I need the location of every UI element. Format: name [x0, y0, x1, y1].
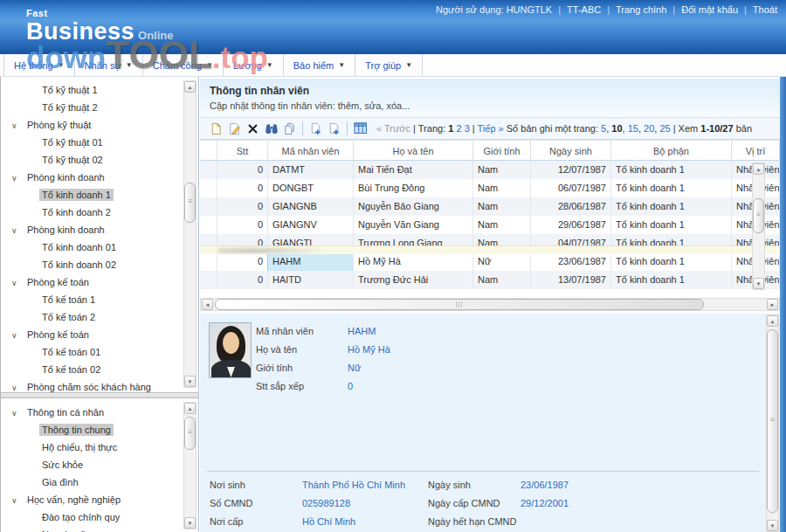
- org-tree-item-12[interactable]: ∨Phòng kế toán: [1, 273, 198, 291]
- table-cell[interactable]: Nữ: [473, 252, 531, 271]
- copy-record-icon[interactable]: [280, 120, 299, 137]
- info-tree-item-7[interactable]: Đào tạo chính quy: [1, 508, 198, 526]
- table-cell[interactable]: Nam: [473, 197, 531, 216]
- table-cell[interactable]: Tổ kinh doanh 1: [611, 179, 732, 197]
- delete-record-icon[interactable]: [244, 120, 262, 137]
- table-cell[interactable]: Nguyễn Bảo Giang: [354, 197, 473, 216]
- info-tree-item-3[interactable]: Hộ chiếu, thị thực: [1, 439, 198, 456]
- scroll-down-icon[interactable]: [184, 376, 196, 387]
- pagination-link[interactable]: 25: [659, 123, 670, 134]
- table-cell[interactable]: Tổ kinh doanh 1: [611, 216, 732, 234]
- table-cell[interactable]: [200, 216, 217, 234]
- org-tree-item-8[interactable]: Tổ kinh doanh 2: [1, 204, 198, 221]
- scrollbar-thumb[interactable]: [753, 198, 764, 233]
- table-cell[interactable]: Nam: [473, 179, 531, 197]
- table-cell[interactable]: 0: [217, 271, 268, 289]
- menu-item-1[interactable]: Hệ thống▼: [3, 54, 75, 76]
- scroll-down-icon[interactable]: [184, 517, 196, 529]
- scrollbar-thumb[interactable]: [184, 417, 196, 450]
- table-cell[interactable]: 28/06/1987: [531, 197, 611, 216]
- org-tree-item-1[interactable]: Tổ kỹ thuật 1: [1, 81, 198, 99]
- table-cell[interactable]: [200, 179, 217, 197]
- table-cell[interactable]: Nguyễn Văn Giang: [354, 216, 473, 234]
- org-tree-item-17[interactable]: Tổ kế toán 02: [1, 361, 198, 378]
- column-header-6[interactable]: Bộ phận: [611, 140, 732, 161]
- org-tree-item-18[interactable]: ∨Phòng chăm sóc khách hàng: [1, 378, 198, 392]
- scroll-up-icon[interactable]: [767, 315, 778, 327]
- org-tree-item-3[interactable]: ∨Phòng kỹ thuật: [1, 116, 198, 134]
- org-tree-item-10[interactable]: Tổ kinh doanh 01: [1, 238, 198, 256]
- info-tree-item-8[interactable]: Ngoại ngữ: [1, 526, 198, 532]
- org-tree-item-11[interactable]: Tổ kinh doanh 02: [1, 256, 198, 273]
- export-add-icon[interactable]: [307, 120, 325, 137]
- table-cell[interactable]: Bùi Trung Đông: [354, 179, 473, 197]
- scroll-right-icon[interactable]: [767, 299, 778, 310]
- table-cell[interactable]: 0: [217, 252, 268, 271]
- org-tree-item-4[interactable]: Tổ kỹ thuật 01: [1, 134, 198, 151]
- table-cell[interactable]: GIANGNB: [268, 197, 354, 216]
- header-link-4[interactable]: Thoát: [753, 4, 777, 15]
- column-header-3[interactable]: Họ và tên: [354, 140, 473, 161]
- table-row[interactable]: 0HAHMHồ Mỹ HàNữ23/06/1987Tổ kinh doanh 1…: [200, 252, 780, 271]
- info-tree-item-4[interactable]: Sức khỏe: [1, 456, 198, 473]
- scroll-left-icon[interactable]: [202, 299, 213, 310]
- header-link-1[interactable]: TT-ABC: [567, 4, 601, 15]
- info-tree-scrollbar[interactable]: [183, 402, 196, 529]
- column-header-1[interactable]: Stt: [217, 140, 268, 161]
- org-tree-item-7[interactable]: Tổ kinh doanh 1: [1, 186, 198, 204]
- table-cell[interactable]: 29/06/1987: [531, 216, 611, 234]
- find-icon[interactable]: [262, 120, 280, 137]
- scrollbar-thumb[interactable]: [184, 183, 196, 223]
- info-tree-item-5[interactable]: Gia đình: [1, 473, 198, 491]
- table-cell[interactable]: 0: [217, 161, 268, 179]
- table-cell[interactable]: HAITD: [268, 271, 354, 289]
- org-tree-item-15[interactable]: ∨Phòng kế toán: [1, 326, 198, 343]
- table-cell[interactable]: [200, 252, 217, 271]
- table-cell[interactable]: Trương Đức Hải: [354, 271, 473, 289]
- table-cell[interactable]: 23/06/1987: [531, 252, 611, 271]
- table-row[interactable]: 0GIANGNVNguyễn Văn GiangNam29/06/1987Tổ …: [200, 216, 780, 234]
- scroll-up-icon[interactable]: [184, 403, 196, 414]
- table-horizontal-scrollbar[interactable]: [200, 298, 780, 311]
- table-cell[interactable]: 06/07/1987: [531, 179, 611, 197]
- pagination-link[interactable]: 15: [628, 123, 638, 134]
- table-row[interactable]: 0DATMTMai Tiến ĐạtNam12/07/1987Tổ kinh d…: [200, 161, 780, 179]
- table-cell[interactable]: DATMT: [268, 161, 354, 179]
- table-row[interactable]: 0HAITDTrương Đức HảiNam13/07/1987Tổ kinh…: [200, 271, 780, 289]
- info-tree-item-2[interactable]: Thông tin chung: [1, 421, 198, 439]
- scrollbar-thumb[interactable]: [767, 329, 778, 513]
- table-cell[interactable]: Tổ kinh doanh 1: [611, 252, 732, 271]
- menu-item-3[interactable]: Chấm công▼: [143, 54, 224, 76]
- org-tree-scrollbar[interactable]: [183, 80, 196, 388]
- table-cell[interactable]: Tổ kinh doanh 1: [611, 271, 732, 289]
- table-cell[interactable]: [200, 271, 217, 289]
- table-row[interactable]: 0DONGBTBùi Trung ĐôngNam06/07/1987Tổ kin…: [200, 179, 780, 197]
- table-cell[interactable]: Mai Tiến Đạt: [354, 161, 473, 179]
- table-cell[interactable]: Nam: [473, 271, 531, 289]
- column-header-5[interactable]: Ngày sinh: [531, 140, 611, 161]
- scroll-up-icon[interactable]: [184, 81, 196, 93]
- table-cell[interactable]: [200, 161, 217, 179]
- pagination-link[interactable]: Tiếp »: [478, 123, 504, 134]
- info-tree-item-6[interactable]: ∨Học vấn, nghề nghiệp: [1, 491, 198, 508]
- scroll-down-icon[interactable]: [767, 520, 778, 531]
- column-settings-icon[interactable]: [351, 120, 369, 137]
- menu-item-4[interactable]: Lương▼: [224, 54, 284, 76]
- org-tree-item-13[interactable]: Tổ kế toán 1: [1, 291, 198, 308]
- org-tree-item-16[interactable]: Tổ kế toán 01: [1, 343, 198, 361]
- edit-record-icon[interactable]: [225, 120, 244, 137]
- table-cell[interactable]: [200, 197, 217, 216]
- column-header-7[interactable]: Vị trí: [732, 140, 780, 161]
- table-cell[interactable]: Tổ kinh doanh 1: [611, 197, 732, 216]
- table-cell[interactable]: DONGBT: [268, 179, 354, 197]
- sidebar-splitter[interactable]: [1, 392, 198, 398]
- table-vertical-scrollbar[interactable]: [752, 162, 765, 290]
- table-cell[interactable]: Hồ Mỹ Hà: [354, 252, 473, 271]
- table-cell[interactable]: 0: [217, 179, 268, 197]
- org-tree-item-5[interactable]: Tổ kỹ thuật 02: [1, 151, 198, 169]
- pagination-link[interactable]: 2: [456, 123, 461, 134]
- table-cell[interactable]: HAHM: [268, 252, 354, 271]
- column-header-4[interactable]: Giới tính: [473, 140, 531, 161]
- export-add-icon[interactable]: [325, 120, 343, 137]
- table-cell[interactable]: Tổ kinh doanh 1: [611, 161, 732, 179]
